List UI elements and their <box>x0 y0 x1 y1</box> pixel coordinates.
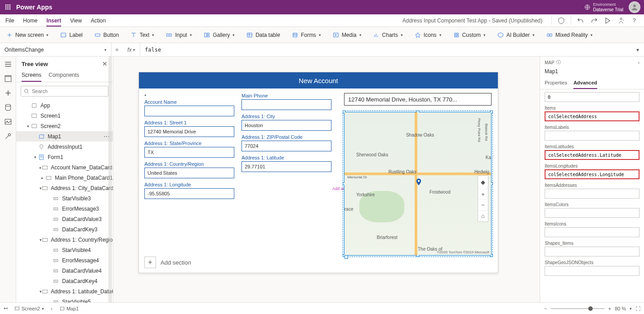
add-section[interactable]: + Add section <box>144 257 191 268</box>
tree-node[interactable]: ▾Form1 <box>16 152 113 162</box>
ribbon-custom[interactable]: Custom▾ <box>452 31 487 39</box>
tree-node[interactable]: StarVisible3 <box>16 193 113 203</box>
ribbon-button[interactable]: Button <box>93 31 121 39</box>
prop-input[interactable] <box>545 247 640 257</box>
prop-input[interactable] <box>545 208 640 218</box>
ribbon-icons[interactable]: Icons▾ <box>413 31 443 39</box>
tree-search-input[interactable] <box>32 88 105 94</box>
form-input[interactable] <box>144 106 234 116</box>
tree-node[interactable]: ▸Main Phone_DataCard1 <box>16 172 113 183</box>
fx-label[interactable]: fx▾ <box>122 43 140 56</box>
zoom-in-button[interactable]: + <box>608 306 611 311</box>
tree-node[interactable]: ▸Account Name_DataCard1 <box>16 162 113 172</box>
zoom-slider[interactable] <box>550 308 604 309</box>
form-input[interactable] <box>242 99 331 110</box>
tools-icon[interactable] <box>4 132 12 140</box>
tree-node[interactable]: DataCardValue4 <box>16 265 113 276</box>
form-input[interactable] <box>242 161 331 172</box>
panel-tab-properties[interactable]: Properties <box>545 77 567 89</box>
nav-left-icon[interactable]: ↤ <box>4 305 8 311</box>
prop-input[interactable] <box>545 111 640 121</box>
breadcrumb-control[interactable]: Map1 <box>57 305 81 313</box>
environment-info[interactable]: Environment Dataverse Trial <box>593 2 623 12</box>
chevron-right-icon[interactable]: › <box>638 60 640 65</box>
tree-node[interactable]: DataCardKey4 <box>16 276 113 286</box>
info-icon[interactable]: ⓘ <box>556 59 561 66</box>
insert-icon[interactable] <box>4 89 12 97</box>
zoom-out-icon[interactable]: − <box>478 200 488 211</box>
ribbon-ai-builder[interactable]: AI Builder▾ <box>496 31 537 39</box>
ribbon-data-table[interactable]: Data table <box>245 31 282 39</box>
tree-view-icon[interactable] <box>4 75 12 83</box>
data-icon[interactable] <box>4 103 12 111</box>
user-avatar[interactable] <box>629 1 640 13</box>
menu-home[interactable]: Home <box>23 16 37 26</box>
ribbon-text[interactable]: Text▾ <box>129 31 156 39</box>
form-input[interactable] <box>144 168 234 178</box>
ribbon-media[interactable]: Media▾ <box>331 31 363 39</box>
canvas[interactable]: New Account *Account NameAddress 1: Stre… <box>113 57 540 302</box>
ribbon-gallery[interactable]: Gallery▾ <box>202 31 237 39</box>
undo-icon[interactable] <box>577 17 585 25</box>
tree-search[interactable] <box>21 86 108 97</box>
prop-input-top[interactable] <box>545 92 640 102</box>
menu-insert[interactable]: Insert <box>46 16 61 27</box>
prop-input[interactable] <box>545 266 640 276</box>
tree-node[interactable]: ErrorMessage4 <box>16 255 113 265</box>
tree-node[interactable]: StarVisible5 <box>16 296 113 302</box>
compass-icon[interactable]: ◆ <box>478 176 488 189</box>
play-icon[interactable] <box>604 17 612 25</box>
share-icon[interactable] <box>617 17 625 25</box>
app-launcher-icon[interactable] <box>4 3 13 12</box>
form-input[interactable] <box>144 188 234 199</box>
close-icon[interactable]: ✕ <box>102 60 107 67</box>
ribbon-label[interactable]: Label <box>58 31 84 39</box>
tree-node[interactable]: StarVisible4 <box>16 245 113 255</box>
form-input[interactable] <box>242 141 331 151</box>
prop-input[interactable] <box>545 131 640 141</box>
tab-screens[interactable]: Screens <box>22 69 41 82</box>
form-input[interactable] <box>144 147 234 158</box>
tree-node[interactable]: ▾Address 1: Latitude_DataCard1 <box>16 286 113 296</box>
panel-tab-advanced[interactable]: Advanced <box>573 77 597 89</box>
form-input[interactable] <box>242 120 331 131</box>
tree-node[interactable]: DataCardValue3 <box>16 214 113 224</box>
menu-view[interactable]: View <box>70 16 82 26</box>
map-control[interactable]: Shadow Oaks Sherwood Oaks Rustling Oaks … <box>344 112 492 256</box>
zoom-out-button[interactable]: − <box>544 306 547 311</box>
tree-node[interactable]: AddressInput1 <box>16 142 113 152</box>
property-selector[interactable]: OnItemsChange ▾ <box>0 43 112 56</box>
zoom-in-icon[interactable]: + <box>478 189 488 200</box>
breadcrumb-screen[interactable]: Screen2 ▾ <box>12 305 46 313</box>
media-icon[interactable] <box>4 118 12 126</box>
locate-icon[interactable]: ⌂ <box>478 211 488 221</box>
menu-file[interactable]: File <box>5 16 14 26</box>
prop-input[interactable] <box>545 169 640 179</box>
tree-node[interactable]: Screen1 <box>16 111 113 121</box>
ribbon-new-screen[interactable]: New screen▾ <box>4 31 50 39</box>
address-readout[interactable]: 12740 Memorial Drive, Houston, TX 770... <box>344 93 492 106</box>
tree-node[interactable]: DataCardKey3 <box>16 224 113 234</box>
tree-node[interactable]: ▾Address 1: City_DataCard1 <box>16 183 113 193</box>
app-checker-icon[interactable] <box>557 17 565 25</box>
tree-node[interactable]: ▾Screen2 <box>16 121 113 131</box>
menu-action[interactable]: Action <box>91 16 106 26</box>
ribbon-forms[interactable]: Forms▾ <box>290 31 323 39</box>
prop-input[interactable] <box>545 150 640 160</box>
redo-icon[interactable] <box>590 17 598 25</box>
prop-input[interactable] <box>545 189 640 199</box>
tree-node[interactable]: ▾Address 1: Country/Region_DataCard1 <box>16 234 113 245</box>
ribbon-mixed-reality[interactable]: Mixed Reality▾ <box>545 31 595 39</box>
tree-node[interactable]: ErrorMessage3 <box>16 203 113 214</box>
map-controls[interactable]: ◆ + − ⌂ <box>478 175 488 222</box>
plus-icon[interactable]: + <box>144 257 156 268</box>
ribbon-charts[interactable]: Charts▾ <box>371 31 405 39</box>
scrollbar[interactable] <box>108 57 112 302</box>
prop-input[interactable] <box>545 227 640 237</box>
form-input[interactable] <box>144 126 234 137</box>
tree-node[interactable]: Map1⋯ <box>16 131 113 142</box>
hamburger-icon[interactable] <box>4 60 12 68</box>
tree-node[interactable]: App <box>16 100 113 111</box>
expand-formula-icon[interactable]: ▾ <box>631 47 644 53</box>
help-icon[interactable]: ? <box>631 17 639 25</box>
